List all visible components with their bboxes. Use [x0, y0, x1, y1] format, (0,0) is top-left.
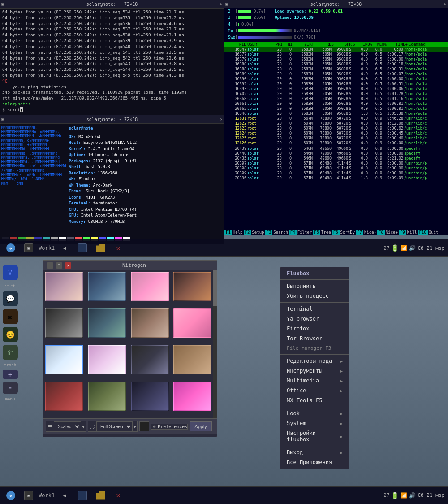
nitrogen-thumb-12[interactable]: [173, 345, 211, 374]
mid-workspace-icon[interactable]: [75, 241, 90, 255]
sidebar-virt-icon[interactable]: V: [3, 265, 18, 280]
nitrogen-scrollbar-thumb[interactable]: [213, 270, 217, 306]
mid-time: Сб 21 мар: [418, 245, 444, 251]
nitrogen-thumb-15[interactable]: [131, 382, 169, 411]
terminal-bl-close[interactable]: ✕: [219, 117, 224, 122]
nitrogen-preferences-control[interactable]: ⚙ Preferences: [151, 424, 188, 430]
nitrogen-grid[interactable]: [43, 270, 217, 418]
menu-tools[interactable]: Инструменты ▶: [280, 366, 349, 376]
mid-folder-icon[interactable]: [93, 241, 108, 255]
nitrogen-thumb-9[interactable]: [45, 345, 83, 374]
nitrogen-thumb-3[interactable]: [131, 272, 169, 301]
nitrogen-thumb-13[interactable]: [45, 382, 83, 411]
menu-terminal[interactable]: Terminal: [280, 304, 349, 314]
htop-row[interactable]: 20435 solar 20 0 546M 49660 49660 S 0.0 …: [224, 156, 448, 161]
menu-editors[interactable]: Редакторы кода ▶: [280, 356, 349, 366]
nitrogen-fullscreen-select[interactable]: Full Screen: [96, 421, 133, 431]
nitrogen-thumb-8[interactable]: [173, 308, 211, 338]
mid-app-icon[interactable]: ❖: [4, 241, 18, 255]
htop-row[interactable]: 12625 root 20 0 507M 73800 58720 S 0.0 0…: [224, 136, 448, 141]
nitrogen-thumb-5[interactable]: [45, 308, 83, 338]
nitrogen-thumb-16[interactable]: [173, 382, 211, 411]
htop-row[interactable]: 12623 root 20 0 507M 73800 58720 S 0.0 0…: [224, 126, 448, 131]
menu-run[interactable]: Выполнить: [280, 281, 349, 291]
htop-row[interactable]: 16390 solar 20 0 2583M 505M 95028 S 0.0 …: [224, 77, 448, 82]
menu-multimedia[interactable]: Multimedia ▶: [280, 376, 349, 386]
htop-row[interactable]: 20368 solar 20 0 2583M 505M 95028 S 0.0 …: [224, 96, 448, 101]
htop-row[interactable]: 12631 root 20 0 567M 73800 58720 S 0.0 0…: [224, 116, 448, 121]
mid-terminal-btn[interactable]: ▣: [22, 241, 36, 255]
bottom-close-btn[interactable]: ✕: [111, 488, 125, 503]
menu-file-manager[interactable]: File manager F3: [280, 343, 349, 353]
sidebar-menu-icon[interactable]: ≡: [3, 382, 18, 394]
menu-firefox[interactable]: Firefox: [280, 324, 349, 334]
bottom-workspace-icon[interactable]: [75, 488, 90, 503]
nitrogen-scrollbar[interactable]: [213, 270, 217, 418]
menu-kill[interactable]: Убить процесс: [280, 291, 349, 301]
mid-prev-btn[interactable]: ◀: [57, 241, 72, 255]
menu-fluxbox-settings[interactable]: Настройки fluxbox ▶: [280, 428, 349, 444]
nitrogen-thumb-2[interactable]: [88, 272, 126, 301]
nitrogen-thumb-11[interactable]: [131, 345, 169, 374]
menu-mx-tools[interactable]: MX Tools F5: [280, 395, 349, 405]
sidebar-face-icon[interactable]: 😊: [3, 327, 18, 342]
nitrogen-minimize-btn[interactable]: _: [47, 262, 53, 269]
sidebar-chat-icon[interactable]: 💬: [3, 291, 18, 306]
taskbar-mid: ❖ ▣ Work1 ◀ ✕ 27 🔋 📶 🔊 Сб 21 мар: [0, 239, 448, 257]
menu-ya-browser[interactable]: Ya-browser: [280, 314, 349, 324]
nitrogen-scaled-control[interactable]: ☰ Scaled ▼: [46, 421, 86, 432]
htop-row[interactable]: 20439 solar 20 0 546M 49660 49660 S 0.0 …: [224, 146, 448, 151]
htop-row[interactable]: 20440 solar 20 0 546M 72060 49660 S 0.0 …: [224, 151, 448, 156]
htop-row[interactable]: 20398 solar 20 0 571M 68488 41144 S 0.0 …: [224, 166, 448, 171]
htop-row[interactable]: 16392 solar 20 0 2583M 505M 95028 S 0.0 …: [224, 82, 448, 87]
sidebar-email-icon[interactable]: ✉: [3, 309, 18, 324]
htop-row[interactable]: 16346 solar 20 0 2583M 505M 95028 S 1.3 …: [224, 111, 448, 116]
htop-row[interactable]: 20396 solar 20 0 571M 68488 41144 S 1.3 …: [224, 176, 448, 181]
sidebar-trash-icon[interactable]: 🗑: [3, 345, 18, 360]
sidebar-add-icon[interactable]: +: [3, 370, 18, 379]
svg-text:❖: ❖: [9, 493, 12, 498]
htop-row[interactable]: 20661 solar 20 0 2583M 505M 95028 S 0.0 …: [224, 101, 448, 106]
nitrogen-fullscreen-control[interactable]: ⛶ Full Screen ▼: [88, 421, 138, 432]
htop-close[interactable]: ✕: [443, 1, 448, 7]
terminal-tl-close[interactable]: ✕: [219, 1, 224, 7]
menu-look[interactable]: Look ▶: [280, 408, 349, 418]
nitrogen-thumb-7[interactable]: [131, 308, 169, 338]
nitrogen-thumb-1[interactable]: [45, 272, 83, 301]
htop-row[interactable]: 16347 solar 20 0 2583M 505M 95028 S 0.0 …: [224, 47, 448, 52]
htop-row[interactable]: 16377 solar 20 0 2583M 505M 95028 S 0.0 …: [224, 52, 448, 57]
nitrogen-thumb-10[interactable]: [88, 345, 126, 374]
nitrogen-maximize-btn[interactable]: □: [56, 262, 62, 269]
nitrogen-thumb-4[interactable]: [173, 272, 211, 301]
bottom-folder-icon[interactable]: [93, 488, 108, 503]
nitrogen-color-picker[interactable]: [139, 421, 149, 431]
bottom-prev-btn[interactable]: ◀: [57, 488, 72, 503]
mid-close-btn[interactable]: ✕: [111, 241, 125, 255]
htop-row[interactable]: 16393 solar 20 0 2583M 505M 95028 S 0.0 …: [224, 87, 448, 91]
menu-office[interactable]: Office ▶: [280, 386, 349, 395]
htop-table-header: PID USER PRI NI VIRT RES SHR S CPU% MEM%…: [224, 42, 448, 47]
htop-row[interactable]: 12626 root 20 0 507M 73800 58720 S 0.0 0…: [224, 141, 448, 146]
htop-row[interactable]: 16379 solar 20 0 2583M 505M 95028 S 0.0 …: [224, 57, 448, 62]
htop-row[interactable]: 20399 solar 20 0 571M 68488 41144 S 0.0 …: [224, 171, 448, 176]
bottom-app-icon[interactable]: ❖: [4, 488, 18, 503]
bottom-terminal-btn[interactable]: ▣: [22, 488, 36, 503]
nitrogen-close-btn[interactable]: ✕: [65, 262, 71, 269]
htop-row[interactable]: 16380 solar 20 0 2583M 505M 95028 S 0.0 …: [224, 62, 448, 67]
menu-all-apps[interactable]: Все Приложения: [280, 457, 349, 467]
menu-system[interactable]: System ▶: [280, 418, 349, 428]
nitrogen-apply-btn[interactable]: Apply: [190, 421, 212, 431]
menu-tor-browser[interactable]: Tor-Browser: [280, 334, 349, 343]
htop-row[interactable]: 12622 root 20 0 507M 73800 58720 S 0.0 0…: [224, 121, 448, 126]
htop-footer[interactable]: F1Help F2Setup F3Search F4Filter F5Tree …: [224, 230, 448, 235]
htop-row[interactable]: 20662 solar 20 0 2583M 505M 95028 S 0.0 …: [224, 106, 448, 111]
htop-row[interactable]: 16388 solar 20 0 2583M 505M 95028 S 0.0 …: [224, 67, 448, 72]
nitrogen-thumb-6[interactable]: [88, 308, 126, 338]
nitrogen-scaled-select[interactable]: Scaled: [54, 421, 81, 431]
menu-exit[interactable]: Выход ▶: [280, 448, 349, 457]
htop-row[interactable]: 16389 solar 20 0 2583M 505M 95028 S 0.0 …: [224, 72, 448, 77]
nitrogen-thumb-14[interactable]: [88, 382, 126, 411]
htop-row[interactable]: 16402 solar 20 0 2583M 505M 95028 S 0.0 …: [224, 91, 448, 96]
htop-row[interactable]: 12624 root 20 0 507M 73800 58720 S 0.0 0…: [224, 131, 448, 136]
htop-row[interactable]: 20397 solar 20 0 571M 68488 41144 S 0.0 …: [224, 161, 448, 166]
